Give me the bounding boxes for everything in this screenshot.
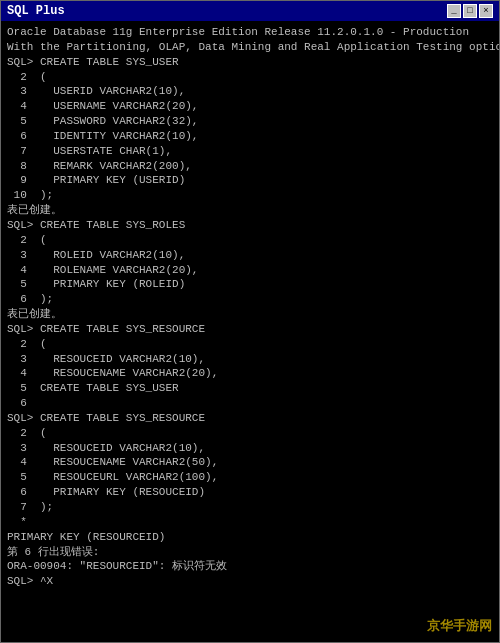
terminal-line: 7 USERSTATE CHAR(1), bbox=[7, 144, 493, 159]
terminal-output: Oracle Database 11g Enterprise Edition R… bbox=[1, 21, 499, 642]
titlebar: SQL Plus _ □ × bbox=[1, 1, 499, 21]
terminal-line: 3 USERID VARCHAR2(10), bbox=[7, 84, 493, 99]
terminal-line: 6 ); bbox=[7, 292, 493, 307]
terminal-line: SQL> ^X bbox=[7, 574, 493, 589]
terminal-line: Oracle Database 11g Enterprise Edition R… bbox=[7, 25, 493, 40]
terminal-line: SQL> CREATE TABLE SYS_ROLES bbox=[7, 218, 493, 233]
terminal-line: 2 ( bbox=[7, 426, 493, 441]
terminal-line: 5 CREATE TABLE SYS_USER bbox=[7, 381, 493, 396]
terminal-line: 4 RESOUCENAME VARCHAR2(20), bbox=[7, 366, 493, 381]
terminal-line: 表已创建。 bbox=[7, 307, 493, 322]
terminal-line: 7 ); bbox=[7, 500, 493, 515]
terminal-line: 10 ); bbox=[7, 188, 493, 203]
close-button[interactable]: × bbox=[479, 4, 493, 18]
terminal-line: 4 ROLENAME VARCHAR2(20), bbox=[7, 263, 493, 278]
window-title: SQL Plus bbox=[7, 4, 65, 18]
titlebar-buttons: _ □ × bbox=[447, 4, 493, 18]
terminal-line: With the Partitioning, OLAP, Data Mining… bbox=[7, 40, 493, 55]
terminal-line: * bbox=[7, 515, 493, 530]
terminal-line: 8 REMARK VARCHAR2(200), bbox=[7, 159, 493, 174]
terminal-line: 2 ( bbox=[7, 70, 493, 85]
terminal-line: 4 RESOUCENAME VARCHAR2(50), bbox=[7, 455, 493, 470]
terminal-line: 表已创建。 bbox=[7, 203, 493, 218]
terminal-line: 3 RESOUCEID VARCHAR2(10), bbox=[7, 352, 493, 367]
terminal-line: SQL> CREATE TABLE SYS_RESOURCE bbox=[7, 322, 493, 337]
terminal-line: 6 bbox=[7, 396, 493, 411]
maximize-button[interactable]: □ bbox=[463, 4, 477, 18]
terminal-line: 2 ( bbox=[7, 337, 493, 352]
terminal-line: 5 RESOUCEURL VARCHAR2(100), bbox=[7, 470, 493, 485]
terminal-line: SQL> CREATE TABLE SYS_USER bbox=[7, 55, 493, 70]
terminal-line: 3 RESOUCEID VARCHAR2(10), bbox=[7, 441, 493, 456]
terminal-line: ORA-00904: "RESOURCEID": 标识符无效 bbox=[7, 559, 493, 574]
terminal-line: 4 USERNAME VARCHAR2(20), bbox=[7, 99, 493, 114]
terminal-line: 6 PRIMARY KEY (RESOUCEID) bbox=[7, 485, 493, 500]
terminal-line: 6 IDENTITY VARCHAR2(10), bbox=[7, 129, 493, 144]
terminal-line: SQL> CREATE TABLE SYS_RESOURCE bbox=[7, 411, 493, 426]
terminal-line: 2 ( bbox=[7, 233, 493, 248]
terminal-line: 5 PASSWORD VARCHAR2(32), bbox=[7, 114, 493, 129]
sql-plus-window: SQL Plus _ □ × Oracle Database 11g Enter… bbox=[0, 0, 500, 643]
terminal-line: 第 6 行出现错误: bbox=[7, 545, 493, 560]
minimize-button[interactable]: _ bbox=[447, 4, 461, 18]
terminal-line: 5 PRIMARY KEY (ROLEID) bbox=[7, 277, 493, 292]
terminal-line: 3 ROLEID VARCHAR2(10), bbox=[7, 248, 493, 263]
terminal-line: PRIMARY KEY (RESOURCEID) bbox=[7, 530, 493, 545]
terminal-line: 9 PRIMARY KEY (USERID) bbox=[7, 173, 493, 188]
